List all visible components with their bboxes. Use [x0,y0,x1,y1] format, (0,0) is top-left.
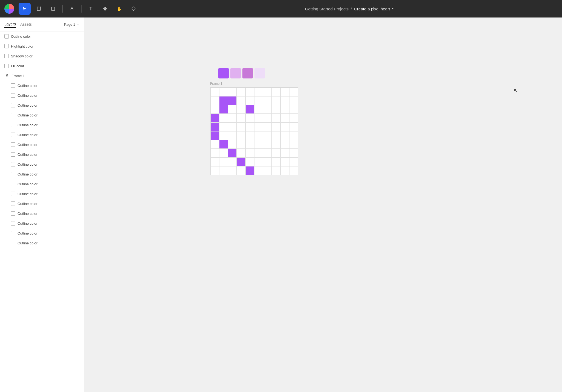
pixel-cell-6-6[interactable] [263,140,272,149]
pixel-cell-1-6[interactable] [263,96,272,105]
pixel-cell-3-8[interactable] [280,114,289,122]
pixel-cell-2-6[interactable] [263,105,272,114]
layer-item-16[interactable]: Outline color [0,189,84,199]
pixel-cell-7-0[interactable] [210,149,219,157]
layer-item-18[interactable]: Outline color [0,209,84,218]
pixel-cell-3-0[interactable] [210,114,219,122]
pixel-cell-6-4[interactable] [245,140,254,149]
pixel-cell-9-5[interactable] [254,166,263,175]
pixel-cell-6-3[interactable] [237,140,245,149]
pixel-cell-5-0[interactable] [210,131,219,140]
pixel-cell-7-8[interactable] [280,149,289,157]
swatch-fill[interactable] [254,68,265,78]
pixel-cell-5-6[interactable] [263,131,272,140]
pixel-cell-8-7[interactable] [272,157,280,166]
pixel-cell-2-7[interactable] [272,105,280,114]
layer-item-11[interactable]: Outline color [0,140,84,150]
pixel-cell-5-3[interactable] [237,131,245,140]
swatch-outline[interactable] [218,68,229,78]
pixel-cell-5-9[interactable] [289,131,298,140]
pixel-cell-0-4[interactable] [245,87,254,96]
pixel-cell-0-0[interactable] [210,87,219,96]
layer-item-20[interactable]: Outline color [0,228,84,238]
pixel-cell-7-6[interactable] [263,149,272,157]
layer-item-9[interactable]: Outline color [0,120,84,130]
pixel-cell-1-0[interactable] [210,96,219,105]
pixel-cell-0-7[interactable] [272,87,280,96]
frame-tool-button[interactable] [33,3,45,15]
pixel-cell-4-0[interactable] [210,122,219,131]
text-tool-button[interactable]: T [85,3,97,15]
pixel-cell-9-2[interactable] [228,166,237,175]
pixel-cell-7-9[interactable] [289,149,298,157]
pixel-cell-2-9[interactable] [289,105,298,114]
pixel-cell-5-8[interactable] [280,131,289,140]
pixel-cell-1-8[interactable] [280,96,289,105]
pixel-cell-6-5[interactable] [254,140,263,149]
pixel-cell-1-2[interactable] [228,96,237,105]
pixel-cell-6-1[interactable] [219,140,228,149]
hand-tool-button[interactable]: ✋ [113,3,125,15]
pixel-cell-9-4[interactable] [245,166,254,175]
pixel-cell-1-1[interactable] [219,96,228,105]
pixel-cell-1-5[interactable] [254,96,263,105]
pixel-cell-0-9[interactable] [289,87,298,96]
pixel-cell-8-3[interactable] [237,157,245,166]
layer-item-1[interactable]: Highlight color [0,41,84,51]
breadcrumb-current[interactable]: Create a pixel heart [354,7,394,11]
page-selector[interactable]: Page 1 [64,22,80,27]
pixel-cell-4-9[interactable] [289,122,298,131]
layer-item-3[interactable]: Fill color [0,61,84,71]
pixel-cell-9-6[interactable] [263,166,272,175]
pixel-cell-9-9[interactable] [289,166,298,175]
pixel-cell-8-9[interactable] [289,157,298,166]
pixel-cell-1-3[interactable] [237,96,245,105]
layer-item-17[interactable]: Outline color [0,199,84,209]
pixel-cell-5-7[interactable] [272,131,280,140]
pixel-cell-6-0[interactable] [210,140,219,149]
pixel-cell-2-4[interactable] [245,105,254,114]
layer-item-12[interactable]: Outline color [0,150,84,159]
pixel-cell-7-3[interactable] [237,149,245,157]
layer-item-8[interactable]: Outline color [0,110,84,120]
layer-item-6[interactable]: Outline color [0,90,84,100]
pixel-cell-0-6[interactable] [263,87,272,96]
pixel-cell-8-6[interactable] [263,157,272,166]
pixel-cell-0-8[interactable] [280,87,289,96]
pixel-cell-7-7[interactable] [272,149,280,157]
pixel-cell-3-1[interactable] [219,114,228,122]
pen-tool-button[interactable] [66,3,78,15]
pixel-cell-8-0[interactable] [210,157,219,166]
layer-item-5[interactable]: Outline color [0,81,84,90]
pixel-cell-0-3[interactable] [237,87,245,96]
swatch-shadow[interactable] [242,68,253,78]
comment-tool-button[interactable] [128,3,140,15]
pixel-cell-0-2[interactable] [228,87,237,96]
pixel-cell-3-2[interactable] [228,114,237,122]
pixel-cell-4-5[interactable] [254,122,263,131]
pixel-cell-9-1[interactable] [219,166,228,175]
select-tool-button[interactable] [19,3,31,15]
pixel-cell-7-1[interactable] [219,149,228,157]
pixel-cell-3-7[interactable] [272,114,280,122]
pixel-cell-2-2[interactable] [228,105,237,114]
tab-assets[interactable]: Assets [20,21,32,28]
shape-tool-button[interactable] [47,3,59,15]
pixel-cell-9-3[interactable] [237,166,245,175]
layer-item-2[interactable]: Shadow color [0,51,84,61]
pixel-cell-2-5[interactable] [254,105,263,114]
pixel-cell-7-5[interactable] [254,149,263,157]
pixel-cell-8-5[interactable] [254,157,263,166]
pixel-cell-9-0[interactable] [210,166,219,175]
pixel-cell-1-4[interactable] [245,96,254,105]
pixel-cell-9-7[interactable] [272,166,280,175]
component-tool-button[interactable] [99,3,111,15]
pixel-cell-8-1[interactable] [219,157,228,166]
pixel-cell-5-2[interactable] [228,131,237,140]
pixel-cell-3-9[interactable] [289,114,298,122]
pixel-cell-8-4[interactable] [245,157,254,166]
pixel-cell-4-8[interactable] [280,122,289,131]
pixel-cell-3-5[interactable] [254,114,263,122]
pixel-cell-2-0[interactable] [210,105,219,114]
pixel-cell-4-3[interactable] [237,122,245,131]
